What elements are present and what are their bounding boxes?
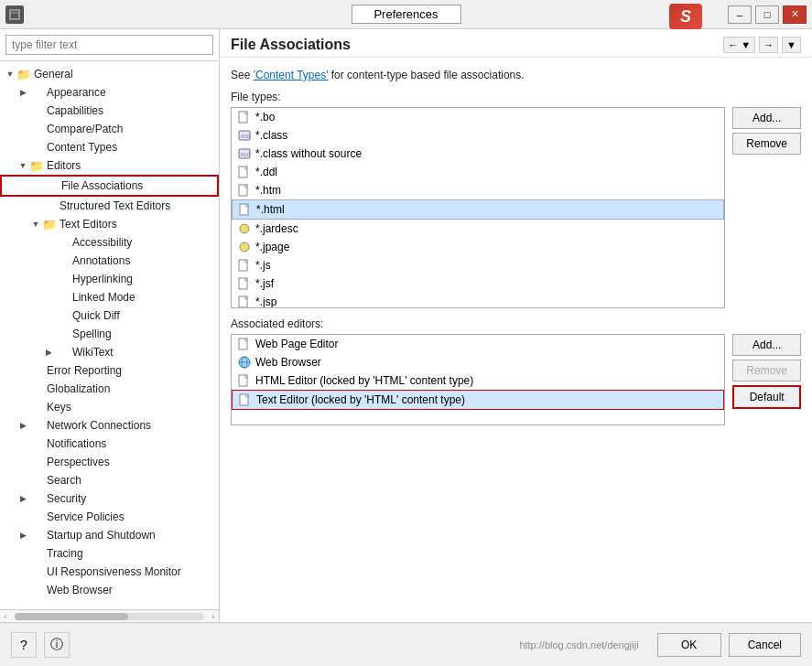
list-item[interactable]: 010 *.class without source <box>232 145 724 163</box>
toggle-general[interactable]: ▼ <box>4 68 16 81</box>
sidebar-item-wikitext[interactable]: ▶ WikiText <box>0 343 219 361</box>
assoc-remove-button[interactable]: Remove <box>732 360 801 381</box>
toggle-editors[interactable]: ▼ <box>16 159 29 172</box>
file-icon-bo <box>237 110 252 124</box>
item-icon-startup <box>29 528 44 542</box>
ok-button[interactable]: OK <box>657 633 721 657</box>
sidebar-item-notifications[interactable]: ▶ Notifications <box>0 435 219 453</box>
sidebar-item-keys[interactable]: ▶ Keys <box>0 398 219 416</box>
minimize-button[interactable]: – <box>728 5 752 24</box>
list-item[interactable]: *.js <box>232 256 724 274</box>
file-icon-class: 010 <box>237 128 252 143</box>
assoc-add-button[interactable]: Add... <box>732 334 801 356</box>
content-types-link[interactable]: 'Content Types' <box>254 69 329 81</box>
item-icon-error-reporting <box>29 363 44 378</box>
list-item[interactable]: *.ddl <box>232 163 724 181</box>
assoc-icon-htmleditor <box>237 373 252 388</box>
sidebar-item-file-associations[interactable]: ▶ File Associations <box>0 175 219 197</box>
sidebar-item-capabilities[interactable]: ▶ Capabilities <box>0 102 219 120</box>
sidebar-item-accessibility[interactable]: ▶ Accessibility <box>0 233 219 252</box>
sidebar-item-error-reporting[interactable]: ▶ Error Reporting <box>0 361 219 380</box>
main-content: ▼ 📁 General ▶ Appearance ▶ Capabilities <box>0 29 812 622</box>
search-input[interactable] <box>5 35 213 55</box>
assoc-editors-list-container: Web Page Editor Web Browser <box>231 334 725 425</box>
sidebar-item-globalization[interactable]: ▶ Globalization <box>0 380 219 398</box>
item-icon-ui-responsiveness <box>29 564 44 579</box>
sidebar-item-content-types[interactable]: ▶ Content Types <box>0 138 219 156</box>
file-icon-html <box>238 202 253 217</box>
maximize-button[interactable]: □ <box>755 5 779 24</box>
file-icon-jpage <box>237 240 252 254</box>
assoc-item[interactable]: Web Page Editor <box>232 335 724 353</box>
sidebar-item-hyperlinking[interactable]: ▶ Hyperlinking <box>0 270 219 288</box>
nav-forward-button[interactable]: → <box>759 37 778 53</box>
list-item[interactable]: *.jardesc <box>232 220 724 238</box>
file-types-remove-button[interactable]: Remove <box>732 133 801 155</box>
file-types-list-container: *.bo 010 *.class 010 *.cla <box>231 107 725 308</box>
sidebar-item-security[interactable]: ▶ Security <box>0 489 219 508</box>
sidebar-item-general[interactable]: ▼ 📁 General <box>0 65 219 83</box>
info-button[interactable]: ⓘ <box>44 632 70 658</box>
file-icon-ddl <box>237 165 252 179</box>
sidebar-item-quick-diff[interactable]: ▶ Quick Diff <box>0 306 219 325</box>
list-item[interactable]: *.htm <box>232 181 724 199</box>
sidebar-item-compare-patch[interactable]: ▶ Compare/Patch <box>0 120 219 138</box>
cancel-button[interactable]: Cancel <box>729 633 801 657</box>
file-types-add-button[interactable]: Add... <box>732 107 801 129</box>
h-scroll-left[interactable]: ‹ <box>0 612 11 621</box>
sidebar-item-ui-responsiveness[interactable]: ▶ UI Responsiveness Monitor <box>0 563 219 581</box>
toggle-wikitext[interactable]: ▶ <box>42 346 55 359</box>
title-bar: Preferences S – □ ✕ <box>0 0 812 29</box>
item-icon-globalization <box>29 381 44 396</box>
h-scroll-thumb[interactable] <box>15 613 128 620</box>
file-types-list-section: *.bo 010 *.class 010 *.cla <box>231 107 801 308</box>
tree-h-scrollbar[interactable]: ‹ › <box>0 609 219 622</box>
h-scroll-track[interactable] <box>15 613 204 620</box>
nav-menu-button[interactable]: ▼ <box>782 37 801 53</box>
toggle-network[interactable]: ▶ <box>16 419 29 432</box>
sidebar-item-perspectives[interactable]: ▶ Perspectives <box>0 453 219 471</box>
item-icon-keys <box>29 400 44 414</box>
close-button[interactable]: ✕ <box>783 5 807 24</box>
h-scroll-right[interactable]: › <box>208 612 219 621</box>
file-icon-jardesc <box>237 221 252 236</box>
sidebar-item-service-policies[interactable]: ▶ Service Policies <box>0 508 219 526</box>
tree-container[interactable]: ▼ 📁 General ▶ Appearance ▶ Capabilities <box>0 61 219 609</box>
toggle-appearance[interactable]: ▶ <box>16 86 29 99</box>
item-icon-linked-mode <box>55 290 70 305</box>
item-icon-tracing <box>29 546 44 561</box>
list-item-html[interactable]: *.html <box>232 199 724 220</box>
assoc-default-button[interactable]: Default <box>732 385 801 409</box>
toggle-text-editors[interactable]: ▼ <box>29 218 42 231</box>
list-item[interactable]: *.jsf <box>232 274 724 293</box>
sidebar-item-network-connections[interactable]: ▶ Network Connections <box>0 416 219 435</box>
sidebar-item-linked-mode[interactable]: ▶ Linked Mode <box>0 288 219 306</box>
help-button[interactable]: ? <box>11 632 37 658</box>
list-item[interactable]: *.jsp <box>232 293 724 308</box>
toggle-startup[interactable]: ▶ <box>16 529 29 542</box>
sidebar-item-annotations[interactable]: ▶ Annotations <box>0 252 219 270</box>
sidebar-item-text-editors[interactable]: ▼ 📁 Text Editors <box>0 215 219 233</box>
sidebar-item-startup-shutdown[interactable]: ▶ Startup and Shutdown <box>0 526 219 544</box>
list-item[interactable]: *.bo <box>232 108 724 126</box>
sidebar-item-tracing[interactable]: ▶ Tracing <box>0 544 219 563</box>
list-item[interactable]: 010 *.class <box>232 126 724 145</box>
sidebar-item-appearance[interactable]: ▶ Appearance <box>0 83 219 102</box>
nav-back-button[interactable]: ← ▼ <box>723 37 755 53</box>
right-content: See 'Content Types' for content-type bas… <box>220 58 812 622</box>
assoc-item-text-editor[interactable]: Text Editor (locked by 'HTML' content ty… <box>232 390 724 410</box>
sidebar-item-search[interactable]: ▶ Search <box>0 471 219 489</box>
sidebar-item-editors[interactable]: ▼ 📁 Editors <box>0 156 219 175</box>
sidebar-item-structured-text-editors[interactable]: ▶ Structured Text Editors <box>0 197 219 215</box>
list-item[interactable]: *.jpage <box>232 238 724 256</box>
file-types-list[interactable]: *.bo 010 *.class 010 *.cla <box>231 107 725 308</box>
window-title: Preferences <box>351 5 460 24</box>
item-icon-wikitext <box>55 345 70 360</box>
assoc-editors-list[interactable]: Web Page Editor Web Browser <box>231 334 725 425</box>
toggle-security[interactable]: ▶ <box>16 492 29 505</box>
sidebar-item-web-browser[interactable]: ▶ Web Browser <box>0 581 219 599</box>
assoc-item[interactable]: Web Browser <box>232 353 724 371</box>
file-icon-class-src: 010 <box>237 146 252 161</box>
sidebar-item-spelling[interactable]: ▶ Spelling <box>0 325 219 343</box>
assoc-item[interactable]: HTML Editor (locked by 'HTML' content ty… <box>232 371 724 390</box>
